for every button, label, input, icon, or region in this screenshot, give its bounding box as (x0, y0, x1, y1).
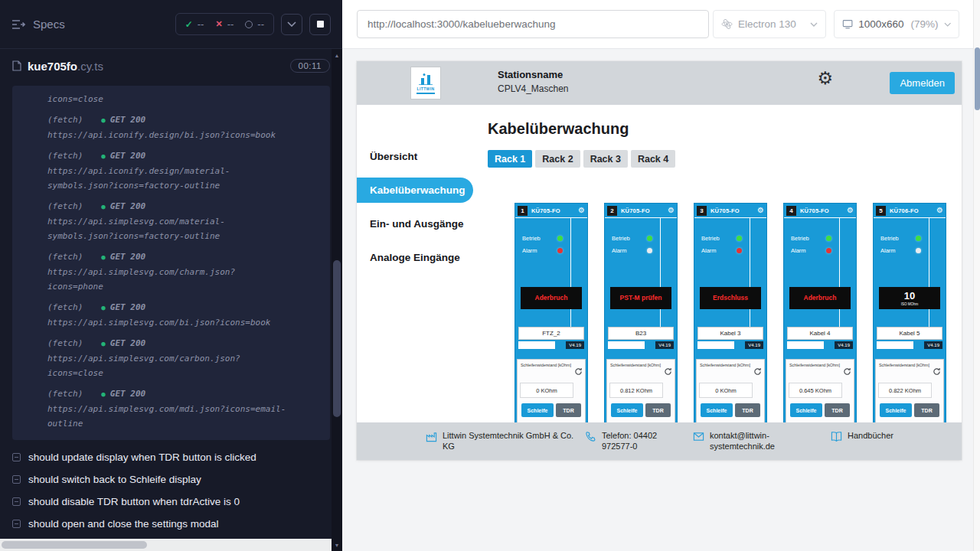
log-line[interactable]: https://api.simplesvg.com/carbon.json? (47, 351, 324, 366)
aut-viewport: LITTWIN Stationsname CPLV4_Maschen ⚙ Abm… (342, 49, 973, 551)
browser-select[interactable]: Electron 130 (713, 10, 826, 38)
refresh-icon[interactable] (843, 367, 851, 376)
schleife-button[interactable]: Schleife (521, 403, 554, 417)
log-line[interactable]: outline (47, 416, 324, 431)
status-display: Aderbruch (521, 287, 582, 309)
test-timer: 00:11 (290, 59, 330, 73)
scrollbar-thumb[interactable] (333, 260, 341, 417)
status-display: Aderbruch (789, 287, 851, 309)
schleife-button[interactable]: Schleife (611, 403, 643, 417)
test-stats[interactable]: ✓-- ✕-- -- (175, 13, 274, 35)
document-icon (12, 60, 21, 71)
panel-divider (750, 218, 750, 327)
test-icon (12, 497, 21, 506)
app-stage: Electron 130 1000x660 (79%) LITTWIN (342, 0, 980, 551)
device-card: 1 KÜ705-FO ⚙ Betrieb Alarm Aderbruch FTZ… (514, 203, 588, 429)
log-entry-fetch[interactable]: (fetch)●GET 200 (47, 112, 324, 128)
device-gear-icon[interactable]: ⚙ (936, 207, 943, 214)
station-name: CPLV4_Maschen (498, 83, 569, 94)
spec-file-row[interactable]: kue705fo.cy.ts 00:11 (0, 49, 342, 83)
sidebar-item-ein-und-ausgaenge[interactable]: Ein- und Ausgänge (357, 211, 475, 236)
pending-test-item[interactable]: should update display when TDR button is… (0, 446, 342, 468)
log-line[interactable]: https://api.iconify.design/material- (47, 164, 324, 178)
spec-name: kue705fo.cy.ts (28, 60, 103, 73)
device-gear-icon[interactable]: ⚙ (847, 207, 854, 214)
log-line[interactable]: https://api.simplesvg.com/mdi.json?icons… (47, 402, 324, 416)
scrollbar-thumb[interactable] (975, 47, 980, 110)
log-entry-fetch[interactable]: (fetch)●GET 200 (47, 249, 324, 265)
refresh-icon[interactable] (753, 367, 762, 376)
scroll-down-arrow[interactable]: ▼ (332, 540, 342, 550)
settings-gear-icon[interactable]: ⚙ (817, 70, 833, 87)
electron-icon (721, 18, 733, 30)
sidebar-item-uebersicht[interactable]: Übersicht (357, 144, 475, 169)
alarm-led (916, 248, 921, 253)
log-line[interactable]: https://api.simplesvg.com/charm.json? (47, 265, 324, 279)
logout-button[interactable]: Abmelden (890, 72, 955, 94)
log-line[interactable]: symbols.json?icons=factory-outline (47, 178, 324, 193)
log-entry-fetch[interactable]: (fetch)●GET 200 (47, 386, 324, 402)
pending-test-item[interactable]: should open and close the settings modal (0, 513, 342, 535)
tdr-button[interactable]: TDR (914, 403, 939, 417)
tdr-button[interactable]: TDR (556, 403, 581, 417)
specs-label: Specs (33, 18, 65, 31)
device-card: 3 KÜ705-FO ⚙ Betrieb Alarm Erdschluss Ka… (694, 203, 767, 429)
firmware-version-badge: V4.19 (745, 341, 763, 349)
alarm-led (737, 248, 742, 253)
log-line[interactable]: icons=close (47, 92, 324, 106)
status-dot-icon: ● (101, 203, 105, 210)
tab-rack-1[interactable]: Rack 1 (488, 150, 532, 168)
footer-company: Littwin Systemtechnik GmbH & Co. KG (426, 430, 577, 452)
device-gear-icon[interactable]: ⚙ (668, 207, 675, 214)
sidebar-item-kabelueberwachung[interactable]: Kabelüberwachung (357, 178, 473, 203)
log-line[interactable]: icons=close (47, 366, 324, 380)
device-gear-icon[interactable]: ⚙ (578, 207, 585, 214)
schleife-button[interactable]: Schleife (880, 403, 912, 417)
tab-rack-4[interactable]: Rack 4 (631, 150, 675, 168)
tab-rack-3[interactable]: Rack 3 (583, 150, 628, 168)
pending-test-item[interactable]: should switch back to Schleife display (0, 468, 342, 491)
chevron-down-icon (944, 22, 951, 27)
log-line[interactable]: https://api.simplesvg.com/material- (47, 214, 324, 229)
log-entry-fetch[interactable]: (fetch)●GET 200 (47, 336, 324, 351)
browser-label: Electron 130 (738, 18, 796, 30)
tdr-button[interactable]: TDR (735, 403, 760, 417)
collapse-button[interactable] (281, 14, 302, 35)
reporter-vertical-scrollbar[interactable]: ▲ ▼ (332, 49, 342, 551)
log-line[interactable]: https://api.simplesvg.com/bi.json?icons=… (47, 315, 324, 330)
device-card-header: 5 KÜ706-FO ⚙ (874, 204, 946, 218)
tdr-button[interactable]: TDR (825, 403, 850, 417)
version-row: V4.19 (787, 341, 853, 349)
schleife-button[interactable]: Schleife (790, 403, 822, 417)
tdr-button[interactable]: TDR (645, 403, 671, 417)
reporter-horizontal-scrollbar[interactable] (0, 539, 332, 551)
footer-email[interactable]: kontakt@littwin-systemtechnik.de (693, 430, 790, 452)
log-entry-fetch[interactable]: (fetch)●GET 200 (47, 300, 324, 315)
sidebar-item-analoge-eingaenge[interactable]: Analoge Eingänge (357, 245, 475, 270)
schleife-button[interactable]: Schleife (701, 403, 733, 417)
device-gear-icon[interactable]: ⚙ (757, 207, 764, 214)
refresh-icon[interactable] (933, 367, 941, 376)
refresh-icon[interactable] (664, 367, 672, 376)
stop-button[interactable] (309, 14, 331, 35)
page-scrollbar[interactable] (973, 0, 980, 551)
device-card: 2 KÜ705-FO ⚙ Betrieb Alarm PST-M prüfen … (604, 203, 678, 429)
version-row: V4.19 (518, 341, 584, 349)
log-line[interactable]: icons=phone (47, 279, 324, 294)
pending-test-item[interactable]: should disable TDR button when tdrActive… (0, 491, 342, 513)
scroll-up-arrow[interactable]: ▲ (332, 50, 342, 60)
log-line[interactable]: https://api.iconify.design/bi.json?icons… (47, 128, 324, 142)
scrollbar-thumb[interactable] (2, 541, 147, 549)
panel-divider (660, 218, 661, 327)
url-input[interactable] (357, 10, 709, 38)
refresh-icon[interactable] (574, 367, 583, 376)
log-entry-fetch[interactable]: (fetch)●GET 200 (47, 148, 324, 164)
status-dot-icon: ● (101, 253, 105, 261)
viewport-select[interactable]: 1000x660 (79%) (834, 10, 959, 38)
app-header: LITTWIN Stationsname CPLV4_Maschen ⚙ Abm… (357, 61, 962, 105)
footer-manuals[interactable]: Handbücher (831, 430, 893, 442)
log-entry-fetch[interactable]: (fetch)●GET 200 (47, 199, 324, 214)
tab-rack-2[interactable]: Rack 2 (535, 150, 580, 168)
log-line[interactable]: symbols.json?icons=factory-outline (47, 229, 324, 243)
specs-toggle[interactable]: Specs (11, 18, 65, 31)
